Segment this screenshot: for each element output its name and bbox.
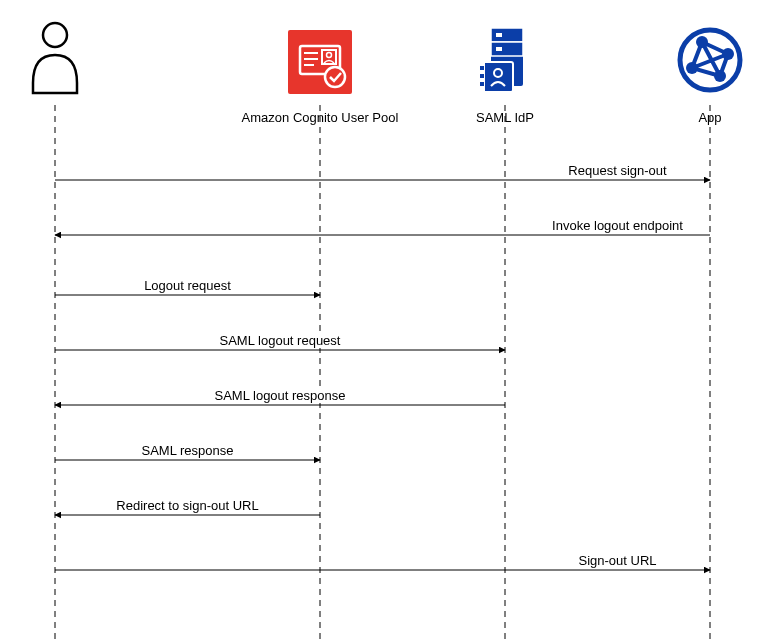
svg-rect-11 [496, 33, 502, 37]
svg-rect-5 [304, 52, 318, 54]
app-icon [680, 30, 740, 90]
svg-point-21 [696, 36, 708, 48]
svg-point-23 [714, 70, 726, 82]
svg-point-22 [722, 48, 734, 60]
participant-label: SAML IdP [476, 110, 534, 125]
svg-rect-18 [480, 82, 484, 86]
svg-rect-6 [304, 58, 318, 60]
svg-point-0 [43, 23, 67, 47]
participant-label: Amazon Cognito User Pool [242, 110, 399, 125]
participant-label: App [698, 110, 721, 125]
message-label: SAML logout request [218, 333, 343, 348]
svg-rect-7 [304, 64, 314, 66]
diagram-svg [0, 0, 775, 642]
message-label: SAML logout response [212, 388, 347, 403]
user-icon [33, 23, 77, 93]
message-label: Request sign-out [566, 163, 668, 178]
svg-point-8 [325, 67, 345, 87]
sequence-diagram: Request sign-outInvoke logout endpointLo… [0, 0, 775, 642]
message-label: Redirect to sign-out URL [114, 498, 260, 513]
svg-rect-10 [491, 28, 523, 42]
message-label: Invoke logout endpoint [550, 218, 685, 233]
message-label: Logout request [142, 278, 233, 293]
saml-idp-icon [479, 28, 523, 92]
cognito-icon [288, 30, 352, 94]
svg-rect-17 [480, 74, 484, 78]
svg-rect-12 [491, 42, 523, 56]
svg-rect-13 [496, 47, 502, 51]
svg-rect-16 [480, 66, 484, 70]
svg-point-24 [686, 62, 698, 74]
message-label: SAML response [139, 443, 235, 458]
message-label: Sign-out URL [576, 553, 658, 568]
